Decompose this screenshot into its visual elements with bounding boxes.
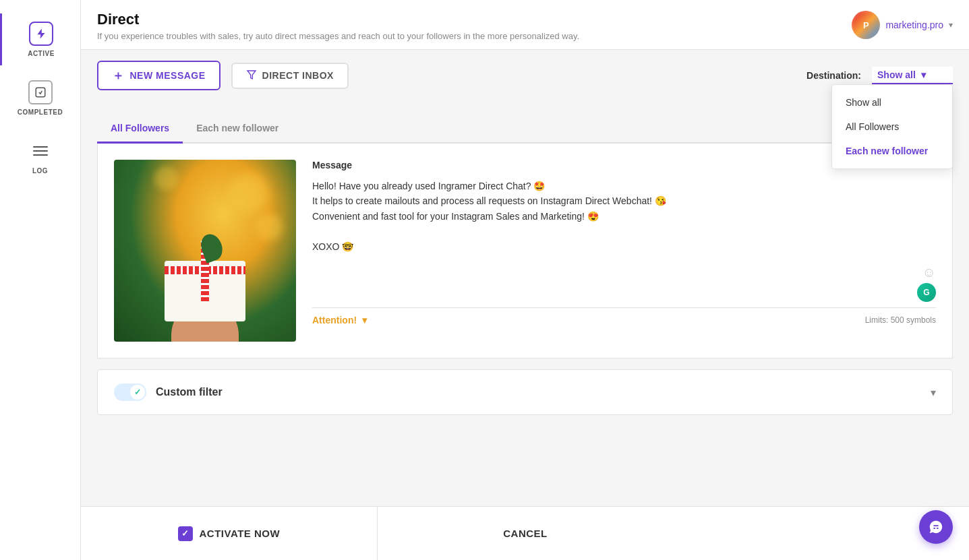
destination-select[interactable]: Show all ▾ Show all All Followers Each n… [872,67,953,84]
message-image [114,160,296,342]
svg-rect-0 [36,88,45,97]
attention-bar: Attention! ▾ Limits: 500 symbols [312,307,936,332]
check-icon [28,80,53,104]
toggle-check-icon: ✓ [134,387,141,397]
grammarly-icon[interactable]: G [917,283,936,302]
sidebar-active-label: ACTIVE [28,50,55,57]
dropdown-item-all-followers[interactable]: All Followers [832,115,952,139]
destination-label: Destination: [806,70,861,81]
message-body[interactable]: Hello! Have you already used Ingramer Di… [312,179,936,254]
filter-expand-icon[interactable]: ▾ [931,386,936,399]
attention-chevron-icon[interactable]: ▾ [362,315,367,325]
plus-icon: ＋ [112,67,125,84]
sidebar-item-log[interactable]: LOG [0,131,80,183]
activate-now-button[interactable]: ✓ ACTIVATE NOW [81,507,378,560]
bottom-actions: ✓ ACTIVATE NOW CANCEL [81,506,969,560]
activate-check-icon: ✓ [178,526,193,541]
chevron-down-icon[interactable]: ▾ [949,20,953,30]
tabs: All Followers Each new follower [97,115,953,144]
username-text: marketing.pro [885,20,943,30]
sidebar-item-active[interactable]: ACTIVE [0,13,80,65]
sidebar: ACTIVE COMPLETED LOG [0,0,81,560]
chat-fab-button[interactable] [919,510,953,544]
message-icons-row: ☺ [312,265,936,280]
limits-text: Limits: 500 symbols [865,315,936,325]
svg-marker-1 [247,71,256,79]
new-message-button[interactable]: ＋ NEW MESSAGE [97,61,221,90]
sidebar-item-completed[interactable]: COMPLETED [0,72,80,124]
sidebar-log-label: LOG [32,167,48,175]
header-right: P marketing.pro ▾ [852,11,953,39]
tab-all-followers[interactable]: All Followers [97,115,183,144]
page-title: Direct [97,11,579,28]
toggle-knob: ✓ [130,385,145,400]
message-right: Message Hello! Have you already used Ing… [312,160,936,342]
filter-icon [246,69,257,82]
menu-icon [28,139,53,163]
new-message-label: NEW MESSAGE [130,70,206,81]
custom-filter-label: Custom filter [156,386,223,398]
emoji-picker-icon[interactable]: ☺ [922,265,936,280]
sidebar-completed-label: COMPLETED [18,108,63,116]
bolt-icon [29,22,53,46]
custom-filter-panel: ✓ Custom filter ▾ [97,369,953,415]
avatar: P [852,11,880,39]
content-panel: Message Hello! Have you already used Ing… [97,144,953,359]
tab-each-new-follower[interactable]: Each new follower [183,115,292,144]
attention-section[interactable]: Attention! ▾ [312,315,367,325]
destination-select-button[interactable]: Show all ▾ [872,67,953,84]
select-chevron-icon: ▾ [921,69,926,80]
main-content: Direct If you experience troubles with s… [81,0,969,560]
filter-left: ✓ Custom filter [114,383,223,401]
activate-label: ACTIVATE NOW [200,528,281,539]
page-area: All Followers Each new follower [81,101,969,560]
page-subtitle: If you experience troubles with sales, t… [97,31,579,41]
direct-inbox-button[interactable]: DIRECT INBOX [231,63,349,89]
header-left: Direct If you experience troubles with s… [97,11,579,41]
destination-value: Show all [877,69,916,80]
header: Direct If you experience troubles with s… [81,0,969,50]
cancel-button[interactable]: CANCEL [378,507,674,560]
message-area: Message Hello! Have you already used Ing… [114,160,936,342]
dropdown-item-each-new-follower[interactable]: Each new follower [832,139,952,163]
direct-inbox-label: DIRECT INBOX [262,70,334,81]
custom-filter-toggle[interactable]: ✓ [114,383,146,401]
toolbar: ＋ NEW MESSAGE DIRECT INBOX Destination: … [81,50,969,101]
attention-label: Attention! [312,315,357,325]
dropdown-item-show-all[interactable]: Show all [832,90,952,115]
destination-dropdown: Show all All Followers Each new follower [831,84,953,169]
cancel-label: CANCEL [503,528,548,539]
